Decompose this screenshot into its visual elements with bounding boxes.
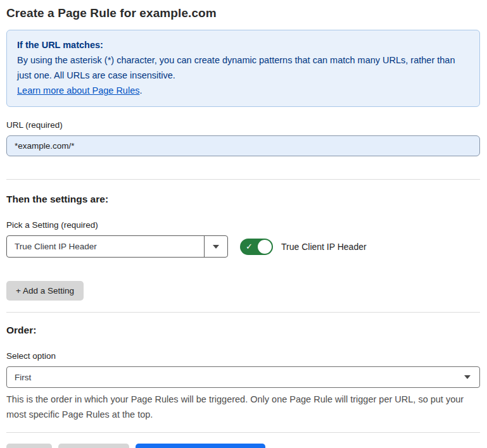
section-divider <box>6 312 480 313</box>
footer-actions: Cancel Save as Draft Save and Deploy Pag… <box>6 444 480 448</box>
page-title: Create a Page Rule for example.com <box>6 6 480 20</box>
section-divider <box>6 179 480 180</box>
link-suffix: . <box>139 85 142 96</box>
create-page-rule-page: Create a Page Rule for example.com If th… <box>0 0 487 448</box>
learn-more-link[interactable]: Learn more about Page Rules <box>17 85 139 96</box>
order-select-value: First <box>15 373 464 382</box>
footer-divider <box>6 432 480 433</box>
info-box-body: By using the asterisk (*) character, you… <box>17 53 469 83</box>
toggle-knob <box>258 240 272 254</box>
save-deploy-button[interactable]: Save and Deploy Page Rule <box>136 444 266 448</box>
info-box-heading: If the URL matches: <box>17 37 469 53</box>
setting-row: True Client IP Header ✓ True Client IP H… <box>6 235 480 258</box>
setting-select-arrow-button[interactable] <box>204 236 227 257</box>
info-box-link-line: Learn more about Page Rules. <box>17 83 469 98</box>
order-section-heading: Order: <box>6 325 480 336</box>
setting-picker-label: Pick a Setting (required) <box>6 220 480 230</box>
setting-select-value: True Client IP Header <box>7 236 204 257</box>
toggle-label: True Client IP Header <box>281 242 367 252</box>
url-match-info-box: If the URL matches: By using the asteris… <box>6 30 480 107</box>
add-setting-button[interactable]: + Add a Setting <box>6 281 84 301</box>
true-client-ip-toggle[interactable]: ✓ <box>240 239 273 255</box>
order-help-text: This is the order in which your Page Rul… <box>6 392 478 422</box>
setting-select[interactable]: True Client IP Header <box>6 235 228 258</box>
order-select-label: Select option <box>6 351 480 361</box>
order-select[interactable]: First <box>6 366 480 388</box>
url-input[interactable] <box>6 135 480 156</box>
cancel-button[interactable]: Cancel <box>6 444 52 448</box>
url-field-label: URL (required) <box>6 120 480 130</box>
chevron-down-icon <box>464 375 471 379</box>
settings-section-heading: Then the settings are: <box>6 194 480 205</box>
save-draft-button[interactable]: Save as Draft <box>58 444 129 448</box>
chevron-down-icon <box>213 245 219 249</box>
check-icon: ✓ <box>246 242 253 251</box>
